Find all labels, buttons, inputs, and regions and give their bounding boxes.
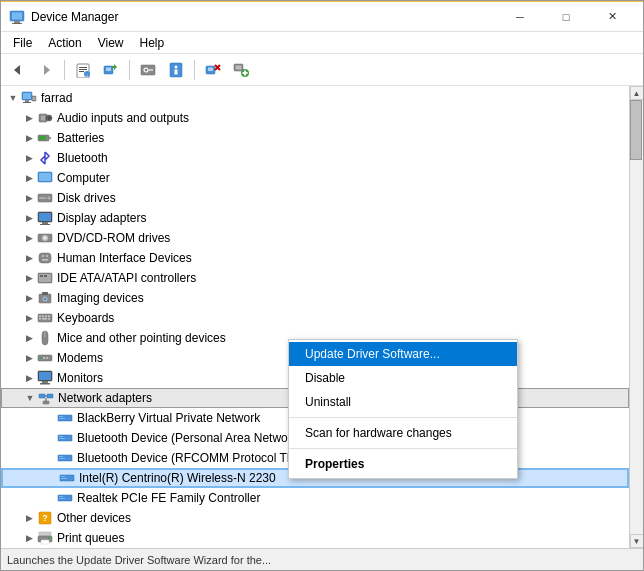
svg-rect-42 (39, 173, 51, 181)
scrollbar[interactable]: ▲ ▼ (629, 86, 643, 548)
network-icon (38, 390, 54, 406)
svg-rect-29 (23, 93, 31, 99)
expand-other[interactable]: ▶ (21, 510, 37, 526)
list-item[interactable]: ▶ DVD/CD-ROM drives (1, 228, 629, 248)
expand-root[interactable]: ▼ (5, 90, 21, 106)
svg-point-64 (44, 298, 47, 301)
svg-point-44 (47, 196, 51, 200)
context-update-driver[interactable]: Update Driver Software... (289, 342, 517, 366)
mouse-icon (37, 330, 53, 346)
expand-batteries[interactable]: ▶ (21, 130, 37, 146)
list-item[interactable]: ▶ Bluetooth (1, 148, 629, 168)
imaging-label: Imaging devices (57, 291, 144, 305)
expand-mice[interactable]: ▶ (21, 330, 37, 346)
list-item[interactable]: ▶ ? Other devices (1, 508, 629, 528)
expand-monitors[interactable]: ▶ (21, 370, 37, 386)
context-menu: Update Driver Software... Disable Uninst… (288, 339, 518, 479)
menu-action[interactable]: Action (40, 34, 89, 52)
monitors-label: Monitors (57, 371, 103, 385)
device-manager-window: Device Manager ─ □ ✕ File Action View He… (0, 0, 644, 571)
expand-modems[interactable]: ▶ (21, 350, 37, 366)
toolbar-sep-2 (129, 60, 130, 80)
add-driver-button[interactable] (228, 57, 254, 83)
expand-bluetooth[interactable]: ▶ (21, 150, 37, 166)
svg-point-37 (48, 117, 51, 120)
svg-point-107 (48, 537, 50, 539)
svg-point-77 (46, 357, 48, 359)
close-button[interactable]: ✕ (589, 2, 635, 32)
maximize-button[interactable]: □ (543, 2, 589, 32)
list-item[interactable]: ▶ Disk drives (1, 188, 629, 208)
expand-hid[interactable]: ▶ (21, 250, 37, 266)
context-sep-2 (289, 448, 517, 449)
expand-imaging[interactable]: ▶ (21, 290, 37, 306)
expand-display[interactable]: ▶ (21, 210, 37, 226)
svg-rect-47 (39, 213, 51, 221)
list-item[interactable]: ▶ Audio inputs and outputs (1, 108, 629, 128)
expand-print[interactable]: ▶ (21, 530, 37, 546)
device-info-button[interactable] (163, 57, 189, 83)
list-item[interactable]: ▶ Realtek PCIe FE Family Controller (1, 488, 629, 508)
context-properties[interactable]: Properties (289, 452, 517, 476)
hid-icon (37, 250, 53, 266)
expand-keyboards[interactable]: ▶ (21, 310, 37, 326)
svg-point-52 (44, 237, 46, 239)
svg-rect-30 (25, 100, 29, 102)
expand-computer[interactable]: ▶ (21, 170, 37, 186)
list-item[interactable]: ▶ Batteries (1, 128, 629, 148)
expand-dvd[interactable]: ▶ (21, 230, 37, 246)
scroll-down-arrow[interactable]: ▼ (630, 534, 644, 548)
update-driver-button[interactable] (98, 57, 124, 83)
svg-rect-53 (39, 253, 51, 263)
svg-rect-92 (59, 438, 65, 439)
list-item[interactable]: ▶ Keyboards (1, 308, 629, 328)
svg-rect-101 (59, 498, 65, 499)
list-item[interactable]: ▶ Print queues (1, 528, 629, 548)
list-item[interactable]: ▶ IDE ATA/ATAPI controllers (1, 268, 629, 288)
svg-marker-5 (44, 65, 50, 75)
scroll-thumb[interactable] (630, 100, 642, 160)
list-item[interactable]: ▶ Computer (1, 168, 629, 188)
status-text: Launches the Update Driver Software Wiza… (7, 554, 271, 566)
properties-button[interactable]: i (70, 57, 96, 83)
scroll-track[interactable] (630, 100, 643, 534)
expand-audio[interactable]: ▶ (21, 110, 37, 126)
netcard-icon (57, 410, 73, 426)
svg-text:i: i (86, 73, 87, 78)
svg-text:?: ? (42, 513, 48, 523)
computer-device-icon (37, 170, 53, 186)
computer-icon (21, 90, 37, 106)
expand-ide[interactable]: ▶ (21, 270, 37, 286)
monitor-icon (37, 370, 53, 386)
scan-button[interactable] (135, 57, 161, 83)
menu-file[interactable]: File (5, 34, 40, 52)
list-item[interactable]: ▶ Display adapters (1, 208, 629, 228)
back-button[interactable] (5, 57, 31, 83)
context-uninstall[interactable]: Uninstall (289, 390, 517, 414)
intel-label: Intel(R) Centrino(R) Wireless-N 2230 (79, 471, 276, 485)
realtek-label: Realtek PCIe FE Family Controller (77, 491, 260, 505)
minimize-button[interactable]: ─ (497, 2, 543, 32)
svg-rect-81 (40, 383, 50, 385)
list-item[interactable]: ▶ Imaging devices (1, 288, 629, 308)
list-item[interactable]: ▶ Human Interface Devices (1, 248, 629, 268)
battery-icon (37, 130, 53, 146)
svg-rect-39 (49, 137, 51, 139)
scroll-up-arrow[interactable]: ▲ (630, 86, 644, 100)
network-label: Network adapters (58, 391, 152, 405)
expand-network[interactable]: ▼ (22, 390, 38, 406)
expand-disk[interactable]: ▶ (21, 190, 37, 206)
forward-button[interactable] (33, 57, 59, 83)
context-disable[interactable]: Disable (289, 366, 517, 390)
remove-device-button[interactable] (200, 57, 226, 83)
tree-root[interactable]: ▼ farrad (1, 88, 629, 108)
menu-help[interactable]: Help (132, 34, 173, 52)
svg-rect-85 (43, 401, 49, 404)
computer-label: Computer (57, 171, 110, 185)
menu-view[interactable]: View (90, 34, 132, 52)
context-scan-hardware[interactable]: Scan for hardware changes (289, 421, 517, 445)
svg-rect-72 (48, 318, 50, 320)
svg-rect-25 (243, 72, 248, 74)
svg-rect-106 (41, 540, 49, 544)
svg-rect-67 (42, 316, 44, 318)
